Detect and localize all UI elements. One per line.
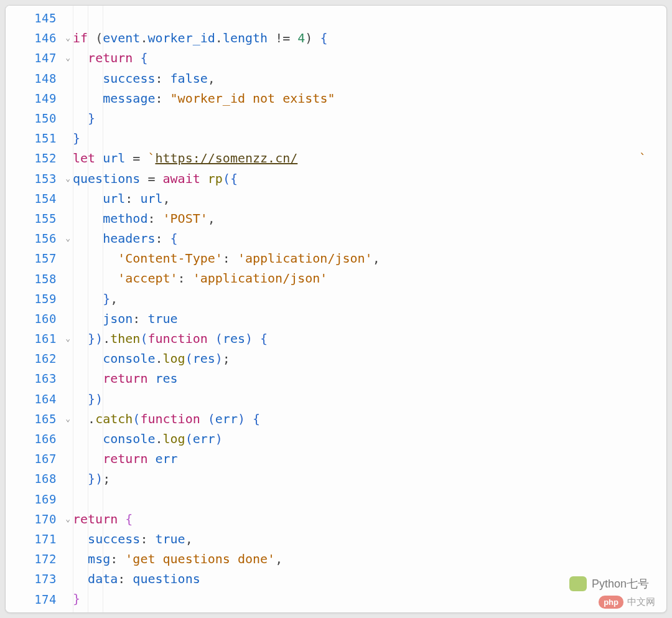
token-pl (147, 371, 155, 386)
token-brc: { (253, 411, 260, 426)
code-line[interactable]: message: "worker_id not exists" (73, 88, 380, 108)
token-br2: } (73, 591, 80, 606)
token-kw: function (147, 331, 207, 346)
token-pun: , (208, 71, 215, 86)
token-pl (185, 271, 193, 286)
code-line[interactable]: let url = `https://somenzz.cn/` (73, 148, 380, 168)
token-pun: : (140, 531, 147, 546)
code-line[interactable]: 'accept': 'application/json' (73, 268, 380, 288)
token-brc: } (88, 331, 95, 346)
code-line[interactable]: }) (73, 389, 380, 409)
token-pl (147, 531, 155, 546)
token-pun: , (110, 291, 118, 306)
fold-chevron-icon[interactable]: ⌄ (65, 233, 70, 243)
code-line[interactable]: json: true (73, 309, 380, 329)
token-par: ( (133, 411, 140, 426)
token-str: 'get questions done' (125, 551, 275, 566)
line-number: 169 (6, 489, 59, 509)
token-pl (200, 411, 208, 426)
code-line[interactable]: .catch(function (err) { (73, 409, 380, 429)
token-pun: , (185, 531, 193, 546)
line-number: 166 (6, 429, 59, 449)
token-pun: , (163, 191, 170, 206)
code-line[interactable]: msg: 'get questions done', (73, 549, 380, 569)
code-line[interactable]: if (event.worker_id.length != 4) { (73, 28, 380, 48)
token-par: ( (208, 411, 215, 426)
token-bool: false (170, 71, 208, 86)
token-pl (125, 571, 133, 586)
code-line[interactable]: return { (73, 48, 380, 68)
code-editor[interactable]: 145146⌄147⌄148149150151152153⌄154155156⌄… (5, 5, 667, 613)
code-line[interactable]: }, (73, 289, 380, 309)
code-line[interactable]: success: true, (73, 529, 380, 549)
line-number: 154 (6, 189, 59, 208)
token-id: res (193, 351, 215, 366)
token-pun: ) (305, 30, 312, 45)
code-line[interactable] (73, 8, 380, 28)
token-pl (118, 551, 125, 566)
token-pl (155, 171, 162, 186)
fold-chevron-icon[interactable]: ⌄ (65, 334, 70, 343)
code-line[interactable]: headers: { (73, 228, 380, 248)
token-pun: . (88, 411, 95, 426)
token-pun: . (103, 331, 110, 346)
code-line[interactable]: method: 'POST', (73, 208, 380, 228)
token-pun: . (155, 431, 162, 446)
code-line[interactable]: console.log(res); (73, 349, 380, 368)
code-line[interactable]: data: questions (73, 569, 380, 589)
line-number: 153⌄ (6, 169, 59, 189)
token-pl (312, 30, 320, 45)
fold-chevron-icon[interactable]: ⌄ (65, 514, 70, 523)
code-line[interactable]: console.log(err) (73, 429, 380, 449)
fold-chevron-icon[interactable]: ⌄ (65, 53, 70, 62)
token-pl (163, 91, 170, 106)
token-id: msg (88, 551, 110, 566)
line-number-gutter: 145146⌄147⌄148149150151152153⌄154155156⌄… (6, 6, 59, 609)
fold-chevron-icon[interactable]: ⌄ (65, 174, 70, 183)
line-number: 157 (6, 248, 59, 268)
token-id: url (103, 191, 125, 206)
token-par: ( (185, 351, 193, 366)
token-kw: return (88, 50, 133, 65)
line-number: 173 (6, 569, 59, 589)
line-number: 171 (6, 529, 59, 549)
token-id: method (103, 211, 147, 226)
code-line[interactable]: success: false, (73, 68, 380, 88)
token-pl (253, 331, 260, 346)
code-line[interactable]: } (73, 128, 380, 148)
token-pl (290, 30, 297, 45)
code-line[interactable]: } (73, 108, 380, 128)
token-pl (140, 311, 147, 326)
code-line[interactable]: 'Content-Type': 'application/json', (73, 248, 380, 268)
fold-chevron-icon[interactable]: ⌄ (65, 33, 70, 42)
token-str: 'Content-Type' (118, 251, 223, 266)
token-brc: { (260, 331, 268, 346)
code-line[interactable]: }); (73, 469, 380, 489)
token-id: console (103, 431, 155, 446)
token-pl (88, 30, 95, 45)
token-id: url (140, 191, 162, 206)
code-line[interactable]: questions = await rp({ (73, 169, 380, 189)
code-line[interactable] (73, 489, 380, 509)
code-line[interactable]: url: url, (73, 189, 380, 208)
code-line[interactable]: return err (73, 449, 380, 469)
token-par: ) (245, 331, 253, 346)
token-pun: . (215, 30, 223, 45)
token-pun: : (155, 71, 162, 86)
code-line[interactable]: } (73, 589, 380, 609)
token-pl (133, 191, 140, 206)
token-bool: true (155, 531, 185, 546)
token-fn: log (163, 431, 185, 446)
template-literal-close: ` (639, 148, 646, 168)
token-pl (163, 231, 170, 246)
token-id: success (88, 531, 140, 546)
fold-chevron-icon[interactable]: ⌄ (65, 414, 70, 423)
code-line[interactable]: return res (73, 368, 380, 388)
token-id: url (103, 151, 125, 166)
token-str: 'POST' (163, 211, 208, 226)
line-number: 151 (6, 128, 59, 148)
code-content[interactable]: if (event.worker_id.length != 4) { retur… (73, 6, 380, 609)
code-line[interactable]: return { (73, 509, 380, 529)
code-line[interactable]: }).then(function (res) { (73, 329, 380, 349)
token-pl (230, 251, 238, 266)
